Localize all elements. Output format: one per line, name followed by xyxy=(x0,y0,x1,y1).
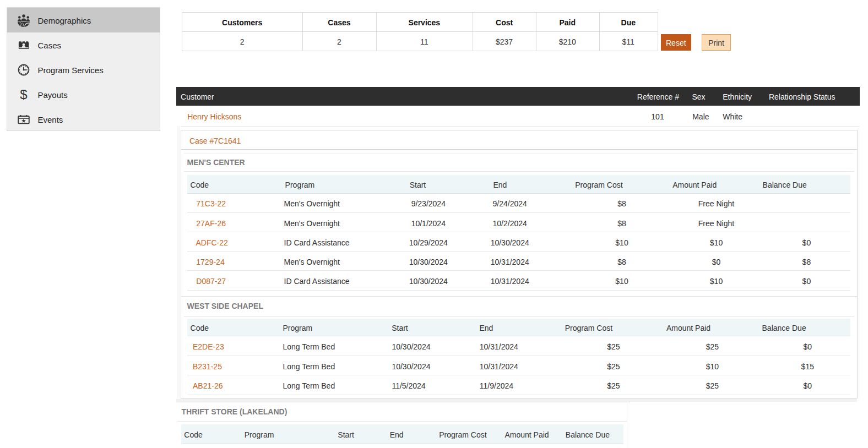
svg-text:$: $ xyxy=(20,88,27,101)
